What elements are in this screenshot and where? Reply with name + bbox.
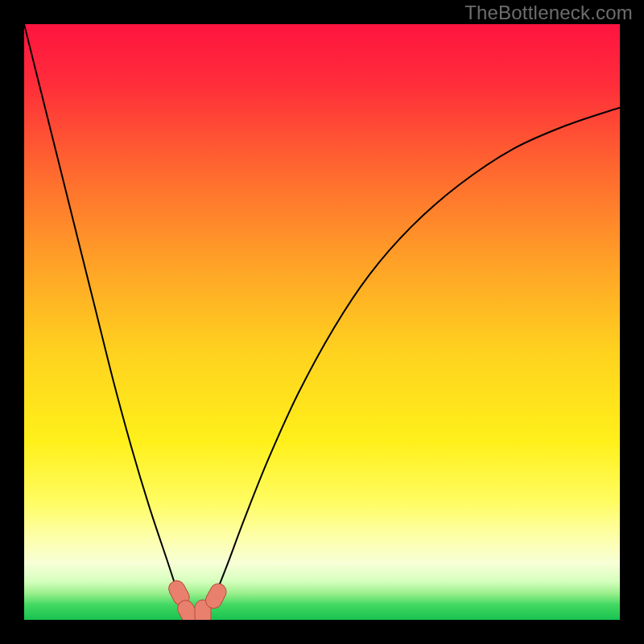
chart-frame: TheBottleneck.com	[0, 0, 644, 644]
plot-area	[24, 24, 620, 620]
attribution-text: TheBottleneck.com	[464, 2, 633, 24]
gradient-background	[24, 24, 620, 620]
chart-svg	[24, 24, 620, 620]
